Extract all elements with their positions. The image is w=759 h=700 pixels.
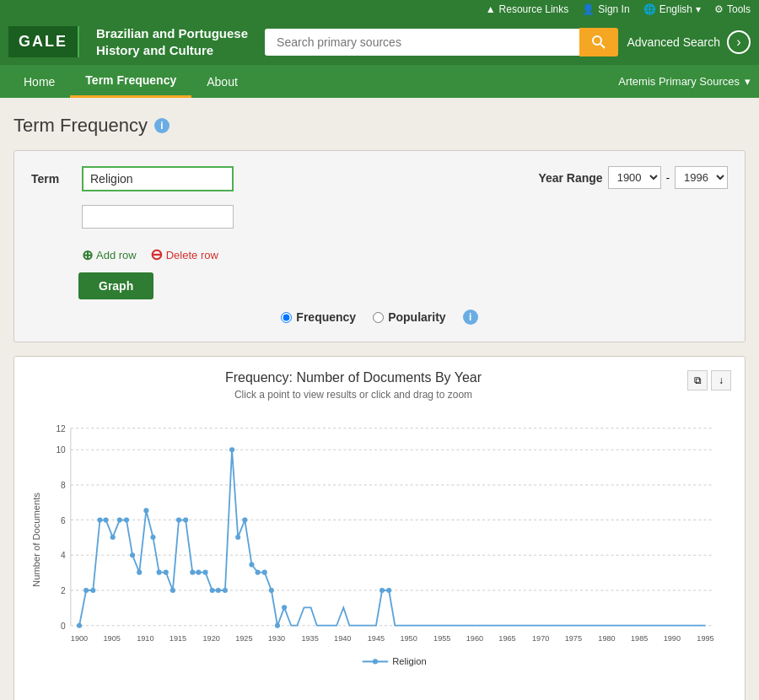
- svg-text:6: 6: [61, 516, 66, 525]
- user-icon: 👤: [582, 3, 595, 15]
- delete-row-button[interactable]: ⊖ Delete row: [150, 245, 218, 264]
- svg-text:1950: 1950: [400, 634, 417, 643]
- svg-text:1965: 1965: [498, 634, 515, 643]
- download-icon: ↓: [719, 374, 724, 386]
- svg-text:1905: 1905: [104, 634, 121, 643]
- popularity-radio-label[interactable]: Popularity: [373, 310, 445, 324]
- chart-title: Frequency: Number of Documents By Year: [28, 370, 679, 385]
- svg-text:1940: 1940: [334, 634, 351, 643]
- advanced-search-link[interactable]: Advanced Search ›: [627, 30, 751, 54]
- graph-button[interactable]: Graph: [78, 272, 153, 299]
- svg-point-39: [83, 588, 89, 593]
- svg-text:1900: 1900: [71, 634, 88, 643]
- chart-download-button[interactable]: ↓: [711, 370, 731, 390]
- language-selector[interactable]: 🌐 English ▾: [643, 3, 701, 15]
- svg-point-64: [249, 562, 254, 567]
- resource-links-icon: ▲: [486, 3, 496, 15]
- resource-links[interactable]: ▲ Resource Links: [486, 3, 569, 15]
- search-bar: [265, 28, 618, 57]
- svg-text:1980: 1980: [598, 634, 615, 643]
- popularity-radio[interactable]: [373, 312, 384, 323]
- chart-container: Frequency: Number of Documents By Year C…: [28, 370, 731, 696]
- add-row-button[interactable]: ⊕ Add row: [82, 247, 137, 263]
- search-input[interactable]: [265, 29, 579, 56]
- dropdown-icon: ▾: [696, 3, 701, 15]
- svg-text:1945: 1945: [368, 634, 385, 643]
- sign-in[interactable]: 👤 Sign In: [582, 3, 629, 15]
- frequency-radio-label[interactable]: Frequency: [281, 310, 356, 324]
- svg-text:1910: 1910: [137, 634, 153, 643]
- svg-point-62: [235, 535, 240, 540]
- nav-about[interactable]: About: [191, 67, 253, 97]
- tools-menu[interactable]: ⚙ Tools: [714, 3, 751, 15]
- term-input-2[interactable]: [82, 205, 234, 229]
- svg-point-65: [256, 570, 261, 575]
- svg-point-38: [77, 623, 82, 628]
- svg-point-46: [130, 552, 135, 557]
- term-input-1[interactable]: [82, 166, 234, 191]
- year-to-select[interactable]: 199619901985: [675, 166, 728, 189]
- svg-text:2: 2: [61, 586, 66, 595]
- add-icon: ⊕: [82, 247, 93, 263]
- svg-text:1930: 1930: [268, 634, 285, 643]
- page-content: Term Frequency i Term Year Range 1900190…: [0, 98, 759, 700]
- svg-point-48: [143, 508, 148, 513]
- svg-point-56: [196, 570, 201, 575]
- svg-point-70: [380, 588, 385, 593]
- svg-point-42: [104, 518, 109, 523]
- svg-point-51: [164, 570, 169, 575]
- delete-icon: ⊖: [150, 245, 163, 264]
- nav-home[interactable]: Home: [8, 67, 70, 97]
- svg-point-52: [170, 588, 175, 593]
- svg-point-69: [282, 605, 287, 610]
- globe-icon: 🌐: [643, 3, 656, 15]
- svg-text:1990: 1990: [664, 634, 681, 643]
- svg-point-55: [190, 570, 195, 575]
- advanced-search-chevron: ›: [727, 30, 751, 54]
- svg-point-66: [262, 570, 267, 575]
- svg-point-59: [216, 588, 221, 593]
- nav-term-frequency[interactable]: Term Frequency: [70, 65, 191, 98]
- svg-text:1925: 1925: [235, 634, 252, 643]
- term-row-2: [31, 205, 234, 229]
- svg-point-44: [117, 518, 122, 523]
- radio-row: Frequency Popularity i: [31, 310, 728, 325]
- page-title-section: Term Frequency i: [13, 115, 746, 137]
- svg-text:12: 12: [56, 424, 66, 433]
- term-frequency-form: Term Year Range 190019051910 - 199619901…: [13, 150, 746, 342]
- frequency-chart[interactable]: Number of Documents 0 2 4 6: [28, 409, 731, 670]
- row-actions: ⊕ Add row ⊖ Delete row: [82, 245, 728, 264]
- top-bar: ▲ Resource Links 👤 Sign In 🌐 English ▾ ⚙…: [0, 0, 759, 19]
- chart-subtitle: Click a point to view results or click a…: [28, 389, 679, 401]
- search-button[interactable]: [579, 28, 618, 57]
- chart-area[interactable]: Number of Documents 0 2 4 6: [28, 409, 731, 696]
- site-title: Brazilian and Portuguese History and Cul…: [88, 25, 256, 58]
- year-from-select[interactable]: 190019051910: [608, 166, 661, 189]
- svg-point-47: [137, 570, 142, 575]
- svg-point-63: [242, 518, 247, 523]
- svg-point-58: [210, 588, 215, 593]
- svg-point-41: [97, 518, 102, 523]
- svg-point-45: [124, 518, 129, 523]
- svg-point-60: [223, 588, 228, 593]
- svg-point-50: [157, 570, 162, 575]
- svg-point-73: [373, 659, 378, 664]
- svg-text:Religion: Religion: [392, 656, 426, 666]
- svg-line-1: [600, 44, 605, 48]
- frequency-radio[interactable]: [281, 312, 292, 323]
- svg-point-40: [90, 588, 95, 593]
- gear-icon: ⚙: [714, 3, 724, 15]
- svg-point-57: [202, 570, 207, 575]
- svg-text:1915: 1915: [170, 634, 186, 643]
- artemis-menu[interactable]: Artemis Primary Sources ▾: [618, 75, 751, 88]
- svg-text:4: 4: [61, 551, 66, 560]
- chart-copy-button[interactable]: ⧉: [687, 370, 708, 390]
- radio-info-icon[interactable]: i: [463, 310, 478, 325]
- page-title-info-icon[interactable]: i: [154, 118, 170, 133]
- search-icon: [591, 35, 606, 50]
- svg-text:Number of Documents: Number of Documents: [31, 493, 41, 587]
- copy-icon: ⧉: [694, 374, 702, 386]
- svg-text:1970: 1970: [532, 634, 549, 643]
- year-range-dash: -: [666, 171, 670, 184]
- svg-point-43: [110, 535, 116, 540]
